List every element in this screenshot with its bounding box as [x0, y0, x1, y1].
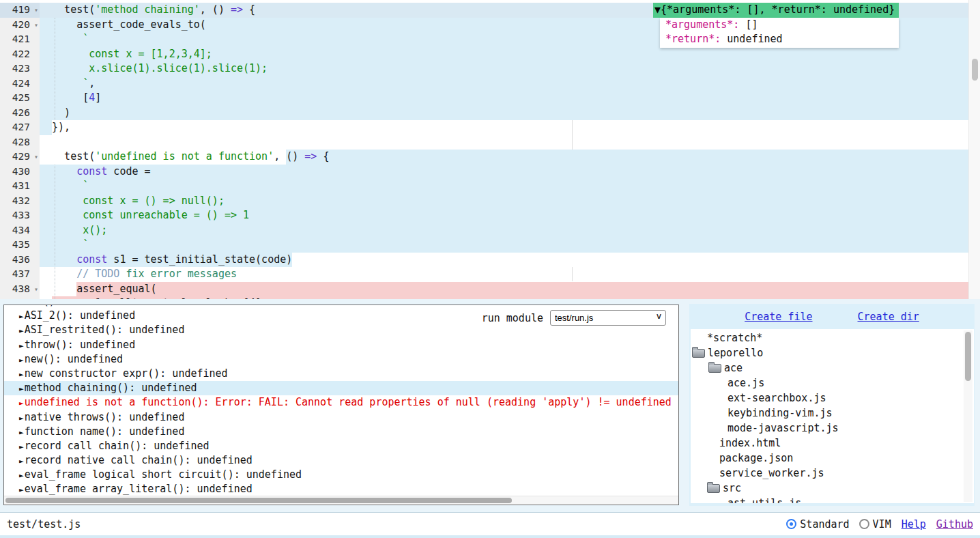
editor-scrollbar[interactable]	[968, 0, 980, 299]
test-result-item[interactable]: ►method chaining(): undefined	[4, 381, 678, 395]
code-text[interactable]: // TODO fix error messages	[40, 267, 969, 282]
triangle-icon[interactable]: ►	[19, 370, 24, 379]
radio-icon[interactable]	[786, 519, 796, 529]
triangle-icon[interactable]: ►	[19, 428, 24, 437]
triangle-icon[interactable]: ►	[19, 399, 24, 408]
code-line[interactable]: 426 )	[0, 106, 969, 121]
code-text[interactable]: const x = () => null();	[40, 194, 969, 209]
code-line[interactable]: 429▾ test('undefined is not a function',…	[0, 150, 969, 165]
radio-icon[interactable]	[859, 519, 869, 529]
fold-arrow-icon[interactable]: ▾	[34, 18, 38, 32]
code-text[interactable]: assert_equal(	[40, 282, 969, 297]
code-line[interactable]: 434 x();	[0, 223, 969, 238]
create-file-link[interactable]: Create file	[745, 311, 812, 323]
test-result-item[interactable]: ►native throws(): undefined	[4, 410, 678, 425]
test-result-item[interactable]: ►new(): undefined	[4, 352, 678, 367]
file-tree-item[interactable]: leporello	[691, 345, 974, 360]
test-result-item[interactable]: ►new constructor expr(): undefined	[4, 367, 678, 381]
file-tree-item[interactable]: src	[691, 481, 974, 496]
editor-scrollbar-thumb[interactable]	[972, 59, 978, 81]
code-text[interactable]: `	[40, 179, 969, 194]
triangle-icon[interactable]: ►	[19, 312, 24, 321]
line-number: 419▾	[0, 3, 40, 18]
file-tree-item[interactable]: *scratch*	[691, 330, 974, 345]
code-text[interactable]: const x = [1,2,3,4];	[40, 47, 969, 62]
value-tooltip-header[interactable]: ▼{*arguments*: [], *return*: undefined}	[653, 3, 899, 18]
fold-arrow-icon[interactable]: ▾	[34, 3, 38, 17]
code-line[interactable]: 433 const unreachable = () => 1	[0, 208, 969, 223]
code-line[interactable]: 437 // TODO fix error messages	[0, 267, 969, 282]
tooltip-row[interactable]: *arguments*: []	[665, 18, 893, 33]
file-tree-item[interactable]: ace	[691, 360, 974, 376]
code-line[interactable]: 424 `,	[0, 76, 969, 91]
file-tree-item[interactable]: service_worker.js	[691, 466, 974, 481]
code-text[interactable]: [4]	[40, 91, 969, 106]
file-tree-item[interactable]: mode-javascript.js	[691, 421, 974, 436]
code-line[interactable]: 435 `	[0, 238, 969, 253]
triangle-icon[interactable]: ►	[19, 457, 24, 466]
file-tree-item[interactable]: ext-searchbox.js	[691, 391, 974, 406]
triangle-icon[interactable]: ►	[19, 384, 24, 393]
code-text[interactable]: )	[40, 106, 969, 121]
file-tree-item[interactable]: ast_utils.js	[691, 496, 974, 503]
test-result-item[interactable]: ►record call chain(): undefined	[4, 439, 678, 453]
help-link[interactable]: Help	[902, 518, 926, 530]
code-line[interactable]: 427 }),	[0, 120, 969, 135]
triangle-icon[interactable]: ►	[19, 471, 24, 480]
mode-radio-vim[interactable]: VIM	[859, 518, 891, 530]
line-number: 430	[0, 165, 40, 180]
tooltip-row[interactable]: *return*: undefined	[665, 32, 893, 47]
code-line[interactable]: 428	[0, 135, 969, 150]
triangle-icon[interactable]: ►	[19, 485, 24, 494]
code-line[interactable]: 425 [4]	[0, 91, 969, 106]
fold-arrow-icon[interactable]: ▾	[34, 283, 38, 296]
code-line[interactable]: 430 const code =	[0, 165, 969, 180]
triangle-icon[interactable]: ►	[19, 305, 24, 307]
fold-arrow-icon[interactable]: ▾	[34, 150, 38, 164]
triangle-icon[interactable]: ►	[19, 356, 24, 365]
code-text[interactable]	[40, 135, 969, 150]
mode-label: VIM	[873, 518, 891, 530]
triangle-icon[interactable]: ►	[19, 326, 24, 335]
test-result-item[interactable]: ►eval_frame logical short circuit(): und…	[4, 468, 678, 482]
code-text[interactable]: const code =	[40, 165, 969, 180]
files-scrollbar-thumb[interactable]	[965, 332, 971, 381]
code-text[interactable]: test('undefined is not a function', () =…	[40, 150, 969, 165]
code-text[interactable]: `,	[40, 76, 969, 91]
code-text[interactable]: `	[40, 238, 969, 253]
code-text[interactable]: const s1 = test_initial_state(code)	[40, 253, 969, 268]
line-highlight-fill	[101, 91, 969, 106]
test-result-item[interactable]: ►function name(): undefined	[4, 425, 678, 439]
test-result-item[interactable]: ►eval_frame array_literal(): undefined	[4, 482, 678, 496]
code-line[interactable]: 431 `	[0, 179, 969, 194]
file-tree-item[interactable]: ace.js	[691, 376, 974, 391]
test-result-item[interactable]: ►throw(): undefined	[4, 338, 678, 352]
mode-radio-standard[interactable]: Standard	[786, 518, 849, 530]
console-hscrollbar[interactable]	[4, 496, 678, 505]
files-scrollbar[interactable]	[964, 330, 972, 502]
test-result-item[interactable]: ►record native call chain(): undefined	[4, 453, 678, 468]
code-line[interactable]: 438▾ assert_equal(	[0, 282, 969, 297]
code-text[interactable]: }),	[40, 120, 969, 135]
test-result-item[interactable]: ►undefined is not a function(): Error: F…	[4, 395, 678, 410]
file-tree-item[interactable]: index.html	[691, 436, 974, 451]
code-editor[interactable]: 419▾ test('method chaining', () => {420▾…	[0, 0, 980, 299]
code-text[interactable]: x();	[40, 223, 969, 238]
triangle-icon[interactable]: ►	[19, 414, 24, 423]
code-line[interactable]: 423 x.slice(1).slice(1).slice(1);	[0, 61, 969, 76]
file-tree-item[interactable]: package.json	[691, 451, 974, 466]
console-hscrollbar-thumb[interactable]	[5, 498, 512, 503]
triangle-icon[interactable]: ►	[19, 442, 24, 451]
code-text[interactable]: const unreachable = () => 1	[40, 208, 969, 223]
triangle-icon[interactable]: ►	[19, 341, 24, 350]
code-line[interactable]: 432 const x = () => null();	[0, 194, 969, 209]
code-text[interactable]: x.slice(1).slice(1).slice(1);	[40, 61, 969, 76]
code-line[interactable]: 422 const x = [1,2,3,4];	[0, 47, 969, 62]
create-dir-link[interactable]: Create dir	[858, 311, 919, 323]
github-link[interactable]: Github	[936, 518, 973, 530]
code-token: test(	[40, 150, 95, 165]
run-module-select[interactable]: test/run.js	[550, 310, 666, 326]
code-token: =>	[231, 3, 243, 18]
file-tree-item[interactable]: keybinding-vim.js	[691, 406, 974, 421]
code-line[interactable]: 436 const s1 = test_initial_state(code)	[0, 253, 969, 268]
